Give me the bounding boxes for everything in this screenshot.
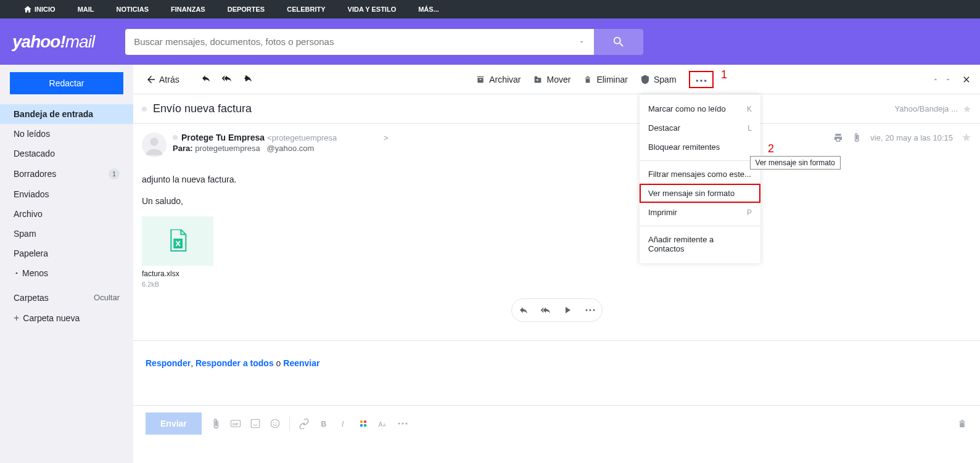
folders-section-header: Carpetas Ocultar: [0, 288, 133, 308]
text-color-icon[interactable]: [358, 418, 369, 429]
svg-text:B: B: [321, 420, 326, 428]
more-actions-button[interactable]: [689, 71, 714, 88]
compose-bar: Enviar GIF B I AA: [133, 405, 980, 442]
chevron-down-icon: [578, 38, 585, 46]
topnav-celebrity[interactable]: CELEBRITY: [276, 0, 336, 18]
topnav-mail[interactable]: MAIL: [67, 0, 105, 18]
more-horizontal-icon[interactable]: [585, 308, 596, 312]
topnav-vida[interactable]: VIDA Y ESTILO: [337, 0, 408, 18]
more-horizontal-icon: [695, 79, 707, 83]
subject-row: Envío nueva factura Yahoo/Bandeja ...: [133, 94, 980, 124]
gif-icon[interactable]: GIF: [230, 418, 241, 429]
emoji-icon[interactable]: [270, 418, 281, 429]
sender-email: <protegetuempresa >: [267, 133, 389, 142]
search-dropdown-button[interactable]: [569, 29, 594, 55]
folder-unread[interactable]: No leídos: [0, 124, 133, 144]
folder-less-toggle[interactable]: Menos: [0, 263, 133, 283]
next-message-button[interactable]: [944, 76, 952, 83]
reply-all-button[interactable]: [218, 71, 236, 88]
search-bar: [125, 29, 643, 55]
prev-message-button[interactable]: [932, 76, 939, 83]
forward-link[interactable]: Reenviar: [283, 358, 319, 368]
italic-icon[interactable]: I: [338, 418, 349, 429]
search-button[interactable]: [594, 29, 643, 55]
send-button[interactable]: Enviar: [146, 412, 202, 435]
topnav-inicio[interactable]: INICIO: [12, 0, 67, 18]
folder-spam[interactable]: Spam: [0, 224, 133, 244]
dd-separator: [640, 226, 760, 226]
spam-button[interactable]: Spam: [640, 75, 677, 84]
reply-links: Responder, Responder a todos o Reenviar: [133, 341, 980, 405]
dd-mark-unread[interactable]: Marcar como no leídoK: [640, 99, 760, 118]
move-button[interactable]: Mover: [533, 75, 570, 84]
tooltip: Ver mensaje sin formato: [750, 156, 841, 170]
back-button[interactable]: Atrás: [142, 72, 183, 88]
svg-marker-0: [245, 75, 250, 82]
dd-view-raw[interactable]: Ver mensaje sin formato: [640, 184, 760, 203]
close-button[interactable]: [961, 75, 971, 84]
compose-button[interactable]: Redactar: [10, 72, 123, 94]
search-input[interactable]: [125, 29, 569, 55]
svg-text:I: I: [342, 420, 344, 428]
folder-starred[interactable]: Destacado: [0, 144, 133, 163]
folder-drafts[interactable]: Borradores1: [0, 163, 133, 184]
star-icon[interactable]: [963, 105, 971, 113]
svg-point-26: [401, 423, 403, 425]
svg-point-1: [696, 80, 698, 82]
attachment-size: 6.2kB: [142, 279, 213, 290]
reply-icon[interactable]: [518, 305, 529, 315]
topnav-noticias[interactable]: NOTICIAS: [105, 0, 160, 18]
star-icon[interactable]: [961, 133, 971, 142]
svg-point-5: [150, 137, 158, 145]
new-folder-button[interactable]: +Carpeta nueva: [0, 308, 133, 329]
dd-filter-like-this[interactable]: Filtrar mensajes como este...: [640, 165, 760, 184]
folder-inbox[interactable]: Bandeja de entrada: [0, 104, 133, 124]
arrow-left-icon: [146, 74, 157, 85]
reply-all-link[interactable]: Responder a todos: [196, 358, 274, 368]
reply-link[interactable]: Responder: [146, 358, 191, 368]
forward-button[interactable]: [239, 71, 257, 88]
svg-point-19: [360, 420, 363, 424]
bold-icon[interactable]: B: [318, 418, 329, 429]
discard-icon[interactable]: [957, 418, 968, 429]
plus-icon: +: [14, 313, 19, 324]
dd-add-contact[interactable]: Añadir remitente a Contactos: [640, 230, 760, 258]
folder-sent[interactable]: Enviados: [0, 184, 133, 204]
svg-point-25: [398, 423, 400, 425]
trash-icon: [583, 75, 593, 84]
forward-icon[interactable]: [562, 305, 574, 315]
hide-folders-button[interactable]: Ocultar: [94, 293, 120, 303]
folder-archive[interactable]: Archivo: [0, 204, 133, 224]
svg-rect-13: [251, 419, 260, 428]
topnav-mas[interactable]: MÁS...: [407, 0, 450, 18]
svg-point-22: [364, 424, 367, 427]
reply-all-icon: [221, 73, 233, 83]
attachment-icon[interactable]: [852, 133, 862, 142]
dd-block-sender[interactable]: Bloquear remitentes: [640, 137, 760, 157]
sender-name: Protege Tu Empresa: [181, 133, 265, 142]
topnav-deportes[interactable]: DEPORTES: [216, 0, 276, 18]
svg-text:A: A: [383, 423, 386, 427]
reply-all-icon[interactable]: [540, 305, 551, 315]
link-icon[interactable]: [299, 418, 310, 429]
sender-status-dot: [173, 135, 178, 140]
more-formatting-icon[interactable]: [397, 422, 408, 425]
attachment[interactable]: factura.xlsx 6.2kB: [142, 216, 213, 290]
shield-icon: [640, 75, 650, 84]
reply-button[interactable]: [197, 71, 215, 88]
folder-trash[interactable]: Papelera: [0, 244, 133, 263]
archive-button[interactable]: Archivar: [476, 75, 521, 84]
svg-point-27: [405, 423, 407, 425]
svg-text:A: A: [378, 420, 382, 428]
dd-print[interactable]: ImprimirP: [640, 203, 760, 222]
message-action-bar: [142, 290, 971, 330]
svg-point-10: [593, 309, 595, 311]
attach-icon[interactable]: [210, 418, 221, 429]
dd-star[interactable]: DestacarL: [640, 118, 760, 137]
print-button[interactable]: [833, 133, 843, 142]
yahoo-mail-logo: yahoo!mail: [12, 32, 94, 52]
sticker-icon[interactable]: [250, 418, 261, 429]
font-size-icon[interactable]: AA: [377, 418, 389, 429]
topnav-finanzas[interactable]: FINANZAS: [160, 0, 216, 18]
delete-button[interactable]: Eliminar: [583, 75, 628, 84]
